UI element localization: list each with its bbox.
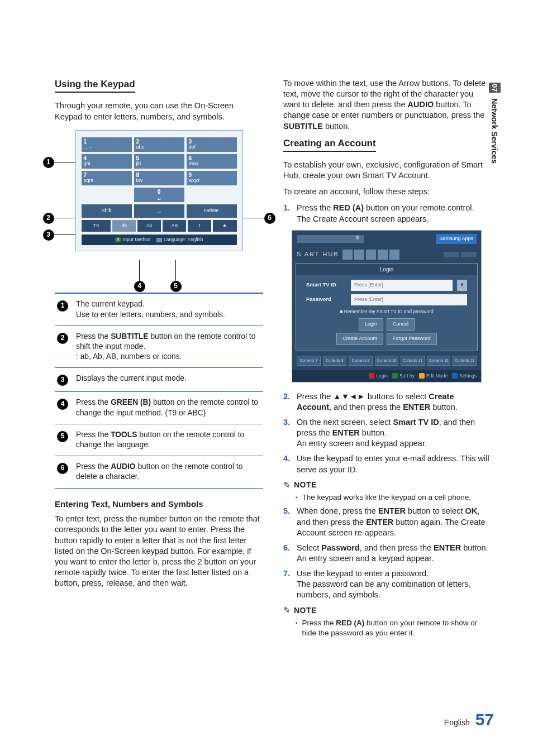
content-tile[interactable]: Contents 11 (401, 356, 425, 366)
callout-row-5: 5 Press the TOOLS button on the remote c… (55, 424, 263, 456)
heading-using-keypad: Using the Keypad (55, 78, 135, 93)
search-box[interactable]: 🔍 (297, 235, 364, 243)
callout-row-6: 6 Press the AUDIO button on the remote c… (55, 456, 263, 487)
move-para: To move within the text, use the Arrow b… (283, 78, 490, 132)
mode-t9[interactable]: T9 (82, 220, 111, 232)
subhead-entering: Entering Text, Numbers and Symbols (55, 499, 263, 510)
callout-1: 1 (43, 157, 80, 168)
note-1: ✎NOTE (283, 480, 490, 491)
callout-row-2: 2 Press the SUBTITLE button on the remot… (55, 326, 263, 369)
shift-key[interactable]: Shift (82, 204, 132, 218)
create-p2: To create an account, follow these steps… (283, 186, 490, 197)
callout-row-1: 1 The current keypad.Use to enter letter… (55, 294, 263, 326)
page-number: 57 (475, 710, 494, 729)
callout-2: 2 (43, 213, 80, 224)
entering-para: To enter text, press the number button o… (55, 514, 263, 588)
chapter-tab: 07 Network Services (489, 83, 501, 164)
manual-page: 07 Network Services Using the Keypad Thr… (0, 0, 533, 756)
content-tile[interactable]: Contents 12 (427, 356, 451, 366)
left-column: Using the Keypad Through your remote, yo… (55, 78, 263, 642)
mode-ab[interactable]: ab (112, 220, 136, 232)
cancel-button[interactable]: Cancel (387, 318, 415, 331)
remember-check[interactable]: ■ Remember my Smart TV ID and password (306, 309, 467, 315)
badge-6: 6 (57, 463, 68, 474)
content-tile[interactable]: Contents 10 (375, 356, 399, 366)
step-5: 5.When done, press the ENTER button to s… (283, 506, 490, 538)
mode-1[interactable]: 1 (188, 220, 211, 232)
content-tile[interactable]: Contents 9 (349, 356, 373, 366)
space-key[interactable]: ⎵ (134, 204, 184, 218)
id-label: Smart TV ID (306, 281, 346, 289)
page-footer: English 57 (444, 710, 494, 729)
steps-list-cont2: 5.When done, press the ENTER button to s… (283, 506, 490, 600)
chapter-number: 07 (489, 83, 501, 93)
keypad-mode-row: T9 ab Ab AB 1 ★ (82, 220, 237, 232)
keypad-func-row: Shift ⎵ Delete (82, 204, 237, 218)
step-3: 3.On the next screen, select Smart TV ID… (283, 417, 490, 449)
note-icon: ✎ (283, 605, 291, 616)
mode-AB[interactable]: AB (163, 220, 186, 232)
key-3[interactable]: 3def (187, 137, 237, 152)
content-tile[interactable]: Contents 13 (453, 356, 477, 366)
create-p1: To establish your own, exclusive, config… (283, 160, 490, 181)
key-8[interactable]: 8tuv (134, 171, 184, 185)
key-9[interactable]: 9wxyz (187, 171, 237, 185)
chapter-title: Network Services (490, 98, 499, 164)
login-button[interactable]: Login (359, 318, 383, 331)
badge-5: 5 (57, 431, 68, 442)
key-7[interactable]: 7pqrs (82, 171, 132, 185)
chip-c: Edit Mode (419, 373, 448, 379)
login-header: Login (296, 264, 477, 275)
step-1: 1.Press the RED (A) button on your remot… (283, 203, 490, 224)
key-5[interactable]: 5jkl (134, 154, 184, 169)
steps-list-cont: 2.Press the ▲▼◄► buttons to select Creat… (283, 391, 490, 475)
green-b-chip: B (115, 237, 121, 242)
callout-row-3: 3 Displays the current input mode. (55, 368, 263, 392)
chip-a: Login (369, 373, 388, 379)
keypad-intro: Through your remote, you can use the On-… (55, 101, 263, 122)
pw-input[interactable]: Press [Enter] (351, 294, 467, 305)
return-icon (156, 238, 162, 242)
pw-row: Password Press [Enter] (306, 294, 467, 305)
id-dropdown[interactable]: ▼ (457, 280, 467, 291)
step-4: 4.Use the keypad to enter your e-mail ad… (283, 453, 490, 475)
forgot-password-button[interactable]: Forgot Password (387, 333, 437, 345)
login-figure: 🔍 Samsung Apps S ART HUB Login Smart TV … (292, 230, 482, 382)
note-icon: ✎ (283, 480, 291, 491)
id-row: Smart TV ID Press [Enter] ▼ (306, 280, 467, 291)
key-0[interactable]: 0␣ (134, 188, 184, 202)
samsung-apps-tile[interactable]: Samsung Apps (436, 234, 477, 244)
step-7: 7.Use the keypad to enter a password.The… (283, 568, 490, 600)
callout-6: 6 (239, 213, 275, 224)
note-2: ✎NOTE (283, 605, 490, 616)
callout-table: 1 The current keypad.Use to enter letter… (55, 293, 263, 488)
right-column: To move within the text, use the Arrow b… (283, 78, 490, 642)
badge-3: 3 (57, 375, 68, 386)
chip-d: Settings (452, 373, 477, 379)
mode-Ab[interactable]: Ab (137, 220, 161, 232)
callout-3: 3 (43, 229, 80, 241)
badge-2: 2 (57, 333, 68, 344)
create-account-button[interactable]: Create Account (336, 333, 383, 345)
key-6[interactable]: 6mno (187, 154, 237, 169)
heading-create-account: Creating an Account (283, 137, 376, 152)
keypad-panel: 1. , – 2abc 3def 4ghi 5jkl 6mno 7pqrs 8t… (75, 130, 243, 252)
key-2[interactable]: 2abc (134, 137, 184, 152)
note-1-bullet: ▪The keypad works like the keypad on a c… (296, 492, 490, 503)
id-input[interactable]: Press [Enter] (351, 280, 453, 291)
content-tile[interactable]: Contents 8 (323, 356, 347, 366)
login-top: 🔍 Samsung Apps (292, 231, 481, 247)
keypad-keys: 1. , – 2abc 3def 4ghi 5jkl 6mno 7pqrs 8t… (82, 137, 237, 202)
smart-hub-logo: S ART HUB (297, 250, 339, 259)
content-tiles: Contents 7 Contents 8 Contents 9 Content… (292, 351, 481, 370)
key-4[interactable]: 4ghi (82, 154, 132, 169)
callout-4: 4 (134, 260, 145, 292)
delete-key[interactable]: Delete (187, 204, 237, 218)
content-tile[interactable]: Contents 7 (297, 356, 321, 366)
mode-star[interactable]: ★ (213, 220, 236, 232)
callout-5: 5 (170, 260, 182, 292)
step-2: 2.Press the ▲▼◄► buttons to select Creat… (283, 391, 490, 413)
key-1[interactable]: 1. , – (82, 137, 132, 152)
brand-row: S ART HUB (292, 247, 481, 261)
note-2-bullet: ▪Press the RED (A) button on your remote… (296, 618, 490, 638)
